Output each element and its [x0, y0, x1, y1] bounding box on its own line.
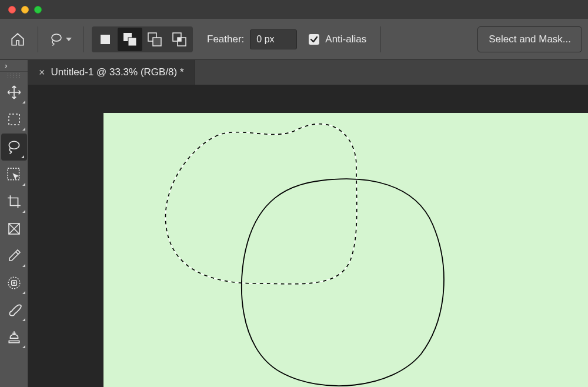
tool-crop[interactable] [0, 188, 28, 215]
divider [380, 26, 381, 52]
expand-panel-button[interactable]: ›› [0, 60, 28, 72]
submenu-indicator-icon [22, 101, 25, 104]
svg-rect-8 [178, 38, 181, 41]
anti-alias-checkbox[interactable] [309, 34, 319, 45]
svg-rect-5 [153, 38, 161, 46]
feather-label: Feather: [207, 34, 244, 45]
tool-spot-heal[interactable] [0, 269, 28, 296]
window-zoom-button[interactable] [34, 6, 42, 14]
select-and-mask-label: Select and Mask... [489, 34, 571, 45]
subtract-from-selection-icon [147, 32, 162, 47]
selection-mode-subtract[interactable] [142, 28, 167, 51]
intersect-selection-icon [172, 32, 187, 47]
submenu-indicator-icon [22, 318, 25, 321]
tool-clone-stamp[interactable] [0, 323, 28, 351]
selection-mode-group [92, 26, 193, 52]
document-tab-title: Untitled-1 @ 33.3% (RGB/8) * [51, 66, 184, 78]
svg-point-10 [9, 141, 19, 149]
canvas-viewport[interactable] [28, 85, 588, 387]
submenu-indicator-icon [22, 291, 25, 294]
feather-input[interactable] [250, 29, 297, 49]
home-button[interactable] [6, 28, 29, 51]
expand-panel-icon: ›› [5, 61, 5, 70]
checkmark-icon [310, 35, 318, 44]
lasso-draw-path [242, 179, 444, 386]
panel-grip[interactable] [6, 73, 22, 78]
object-select-icon [6, 167, 22, 182]
tools-panel: ›› [0, 60, 28, 387]
spot-heal-icon [6, 275, 22, 291]
brush-icon [6, 302, 22, 318]
tool-marquee[interactable] [0, 106, 28, 133]
close-tab-button[interactable]: × [39, 66, 45, 79]
tool-move[interactable] [0, 79, 28, 106]
divider [83, 26, 83, 52]
feather-control: Feather: [207, 29, 297, 49]
current-tool-dropdown[interactable] [46, 28, 75, 51]
divider [38, 26, 38, 52]
chevron-down-icon [66, 38, 72, 41]
selection-marching-ants [165, 124, 356, 284]
document-tab-bar: × Untitled-1 @ 33.3% (RGB/8) * [28, 60, 588, 85]
anti-alias-control[interactable]: Anti-alias [309, 34, 366, 45]
tool-brush[interactable] [0, 296, 28, 323]
add-to-selection-icon [122, 32, 138, 47]
submenu-indicator-icon [21, 155, 24, 158]
eyedropper-icon [7, 249, 21, 263]
lasso-icon [49, 32, 64, 46]
selection-mode-add[interactable] [118, 28, 142, 51]
canvas-content [103, 113, 588, 387]
submenu-indicator-icon [22, 210, 25, 213]
submenu-indicator-icon [22, 128, 25, 131]
new-selection-icon [99, 33, 112, 46]
submenu-indicator-icon [22, 264, 25, 267]
selection-mode-new[interactable] [93, 28, 118, 51]
svg-rect-1 [101, 35, 110, 44]
lasso-icon [6, 139, 22, 155]
document-tab[interactable]: × Untitled-1 @ 33.3% (RGB/8) * [28, 60, 195, 85]
options-bar: Feather: Anti-alias Select and Mask... [0, 19, 588, 60]
rect-marquee-icon [7, 112, 21, 126]
tool-object-select[interactable] [0, 161, 28, 188]
tool-lasso[interactable] [1, 134, 27, 161]
window-titlebar [0, 0, 588, 19]
svg-rect-9 [9, 114, 19, 125]
tool-frame[interactable] [0, 215, 28, 242]
submenu-indicator-icon [22, 345, 25, 348]
move-icon [6, 85, 22, 100]
selection-marching-ants-alt [165, 124, 356, 284]
canvas[interactable] [103, 113, 588, 387]
selection-mode-intersect[interactable] [167, 28, 192, 51]
anti-alias-label: Anti-alias [325, 34, 366, 45]
svg-point-0 [52, 34, 61, 41]
home-icon [10, 32, 25, 47]
window-close-button[interactable] [8, 6, 16, 14]
clone-stamp-icon [6, 329, 22, 345]
tool-eyedropper[interactable] [0, 242, 28, 269]
crop-icon [6, 194, 22, 209]
window-minimize-button[interactable] [21, 6, 29, 14]
svg-rect-3 [128, 38, 136, 46]
work-area: × Untitled-1 @ 33.3% (RGB/8) * [28, 60, 588, 387]
select-and-mask-button[interactable]: Select and Mask... [477, 26, 582, 52]
submenu-indicator-icon [22, 183, 25, 186]
frame-icon [7, 222, 21, 236]
